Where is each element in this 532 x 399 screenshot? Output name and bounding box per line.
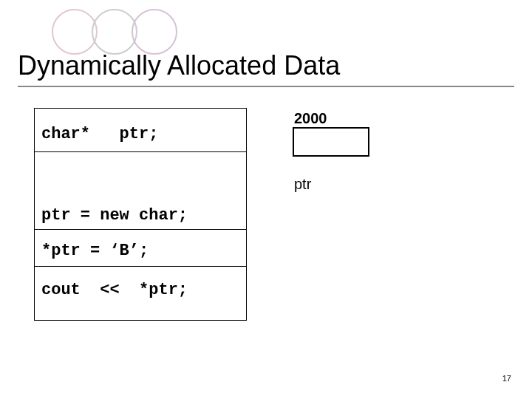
code-divider <box>34 151 247 152</box>
memory-address-label: 2000 <box>294 110 327 127</box>
code-line-declare: char* ptr; <box>41 125 158 143</box>
decorative-circles <box>52 9 171 55</box>
code-divider <box>34 229 247 230</box>
circle-icon <box>92 9 137 55</box>
code-divider <box>34 266 247 267</box>
slide: Dynamically Allocated Data char* ptr; pt… <box>0 0 532 399</box>
code-line-new: ptr = new char; <box>41 206 188 225</box>
code-line-cout: cout << *ptr; <box>41 281 188 299</box>
pointer-variable-label: ptr <box>294 176 311 193</box>
circle-icon <box>132 9 177 55</box>
slide-title: Dynamically Allocated Data <box>18 50 340 81</box>
page-number: 17 <box>502 374 511 383</box>
memory-cell <box>293 127 369 157</box>
title-underline <box>18 86 514 87</box>
code-line-assign: *ptr = ‘B’; <box>41 242 149 260</box>
circle-icon <box>52 9 98 55</box>
